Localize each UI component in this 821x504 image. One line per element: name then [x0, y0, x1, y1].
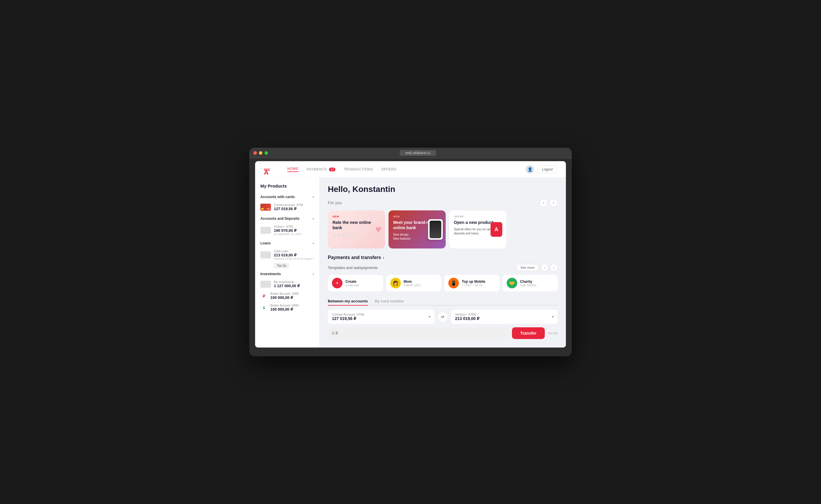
investments-chevron: ▾: [312, 273, 314, 276]
star-4[interactable]: ★: [346, 233, 350, 237]
payments-section: Payments and transfers › Templates and a…: [328, 255, 558, 291]
from-account-amount: 127 019,56 ₽: [332, 316, 364, 321]
open-card-tag: OFFER: [454, 215, 502, 218]
phone-screen: [430, 221, 441, 238]
victory-amount: 190 070,00 ₽: [274, 228, 314, 233]
current-account-item[interactable]: VISA Current account -4768 127 019,56 ₽: [255, 201, 319, 213]
broker-ruble-info: Broker Account -2008 100 000,00 ₽: [270, 292, 314, 300]
nav-offers[interactable]: OFFERS: [381, 167, 396, 171]
investments-header[interactable]: Investments ▾: [255, 270, 319, 278]
tab-between-accounts[interactable]: Between my accounts: [328, 297, 368, 306]
browser-window: A HOME PAYMENTS 10 TRANSACTIONS OFFERS 👤…: [255, 161, 566, 348]
create-template-item[interactable]: + Create a new one: [328, 275, 383, 291]
nav-home[interactable]: HOME: [287, 167, 298, 172]
victory-sub: by September 22, 2022: [274, 233, 314, 236]
nav-payments[interactable]: PAYMENTS 10: [307, 167, 335, 171]
minimize-dot[interactable]: [259, 151, 262, 155]
sidebar-section-loans: Loans ▾ Cash Loan 213 019,00 ₽ Payment 1…: [255, 239, 319, 268]
sidebar-section-investments: Investments ▾ My Investments 1 127 000,0…: [255, 270, 319, 314]
charity-template-item[interactable]: 🤝 Charity Cats Shelter...: [503, 275, 558, 291]
accounts-deposits-label: Accounts and Deposits: [260, 217, 299, 221]
mom-template-info: Mom Tinkoff -1212: [404, 280, 421, 287]
victory-info: Victory+ -4768 190 070,00 ₽ by September…: [274, 225, 314, 236]
main-nav: A HOME PAYMENTS 10 TRANSACTIONS OFFERS 👤…: [255, 161, 566, 178]
open-product-offer-card[interactable]: OFFER Open a new product Special offers …: [449, 210, 507, 248]
mobile-icon: 📱: [448, 278, 459, 288]
payments-header[interactable]: Payments and transfers ›: [328, 255, 558, 260]
from-account-name: Current Account -4768: [332, 313, 364, 316]
to-account-name: Victory+ -4768: [455, 313, 480, 316]
mobile-template-info: Top up Mobile +7 913 ··· 53 23: [462, 280, 485, 287]
user-avatar-icon[interactable]: 👤: [526, 165, 534, 173]
phone-decoration: [428, 219, 443, 240]
my-investments-item[interactable]: My Investments 1 127 000,00 ₽: [255, 278, 319, 290]
deposits-chevron: ▾: [312, 217, 314, 220]
close-dot[interactable]: [253, 151, 257, 155]
payments-arrow-icon: ›: [382, 255, 384, 260]
carousel-next-button[interactable]: ›: [550, 199, 558, 207]
tab-by-card[interactable]: By card number: [375, 297, 404, 306]
top-up-button[interactable]: Top Up: [274, 263, 289, 268]
broker-dollar-item[interactable]: $ Broker Account -0406 100 000,00 ₽: [255, 302, 319, 314]
star-1[interactable]: ★: [332, 233, 336, 237]
cash-loan-item[interactable]: Cash Loan 213 019,00 ₽ Payment 19 007,00…: [255, 248, 319, 262]
from-account-select[interactable]: Current Account -4768 127 019,56 ₽ ▾: [328, 310, 435, 324]
for-you-section: For you ‹ › NEW Rate the new online bank: [328, 199, 558, 248]
to-account-select[interactable]: Victory+ -4768 213 019,00 ₽ ▾: [451, 310, 558, 324]
nav-transactions[interactable]: TRANSACTIONS: [344, 167, 373, 171]
transfer-accounts-row: Current Account -4768 127 019,56 ₽ ▾ ⇄ V…: [328, 310, 558, 324]
meet-offer-card[interactable]: NEW Meet your brand-new online bank New …: [388, 210, 446, 248]
mom-template-item[interactable]: 👩 Mom Tinkoff -1212: [386, 275, 442, 291]
dollar-icon: $: [260, 304, 267, 311]
maximize-dot[interactable]: [264, 151, 268, 155]
heart-decoration: ♥: [375, 223, 381, 236]
victory-name: Victory+ -4768: [274, 225, 314, 228]
mom-icon: 👩: [390, 278, 401, 288]
template-next-button[interactable]: ›: [550, 264, 558, 271]
ruble-icon: ₽: [260, 292, 267, 299]
star-2[interactable]: ★: [337, 233, 341, 237]
rate-offer-card[interactable]: NEW Rate the new online bank ★ ★ ★ ★ ★ ♥: [328, 210, 385, 248]
transfer-amount-input[interactable]: [328, 327, 509, 339]
transfer-button[interactable]: Transfer: [512, 327, 545, 339]
charity-template-info: Charity Cats Shelter...: [520, 280, 539, 287]
no-fee-label: No fee: [548, 331, 558, 335]
star-3[interactable]: ★: [342, 233, 346, 237]
alfa-offer-icon: A: [491, 222, 502, 237]
loans-header[interactable]: Loans ▾: [255, 239, 319, 248]
carousel-prev-button[interactable]: ‹: [540, 199, 548, 207]
loans-label: Loans: [260, 241, 271, 245]
broker-ruble-amount: 100 000,00 ₽: [270, 295, 314, 300]
broker-ruble-name: Broker Account -2008: [270, 292, 314, 295]
create-template-name: Create: [345, 280, 359, 284]
charity-template-sub: Cats Shelter...: [520, 284, 539, 287]
rate-card-title: Rate the new online bank: [332, 220, 380, 230]
accounts-deposits-header[interactable]: Accounts and Deposits ▾: [255, 214, 319, 223]
current-account-info: Current account -4768 127 019,56 ₽: [274, 203, 314, 211]
victory-account-item[interactable]: Victory+ -4768 190 070,00 ₽ by September…: [255, 223, 319, 238]
visa-label: VISA: [266, 208, 270, 210]
accounts-with-cards-label: Accounts with cards: [260, 195, 295, 199]
sidebar: My Products Accounts with cards ▾ VISA C…: [255, 178, 319, 348]
create-icon: +: [332, 278, 342, 288]
to-account-dropdown-icon: ▾: [552, 315, 554, 319]
transfer-swap-button[interactable]: ⇄: [438, 312, 448, 321]
url-text: web.alfabank.ru: [399, 150, 436, 156]
template-prev-button[interactable]: ‹: [541, 264, 548, 271]
card-chip: [261, 208, 263, 210]
templates-header: Templates and autopayments See more ‹ ›: [328, 264, 558, 271]
star-5[interactable]: ★: [351, 233, 355, 237]
loan-sub: Payment 19 007,00 ₽ on August 7: [274, 257, 314, 260]
logout-button[interactable]: Logout: [538, 166, 557, 173]
broker-dollar-amount: 100 000,00 ₽: [270, 307, 314, 311]
stars-row[interactable]: ★ ★ ★ ★ ★: [332, 233, 380, 237]
rate-card-tag: NEW: [332, 215, 380, 218]
broker-dollar-info: Broker Account -0406 100 000,00 ₽: [270, 304, 314, 311]
see-more-button[interactable]: See more: [517, 264, 538, 271]
alfa-logo: A: [264, 168, 270, 171]
mobile-template-item[interactable]: 📱 Top up Mobile +7 913 ··· 53 23: [444, 275, 500, 291]
from-account-info: Current Account -4768 127 019,56 ₽: [332, 313, 364, 321]
broker-ruble-item[interactable]: ₽ Broker Account -2008 100 000,00 ₽: [255, 290, 319, 302]
accounts-with-cards-header[interactable]: Accounts with cards ▾: [255, 193, 319, 201]
for-you-header: For you ‹ ›: [328, 199, 558, 207]
